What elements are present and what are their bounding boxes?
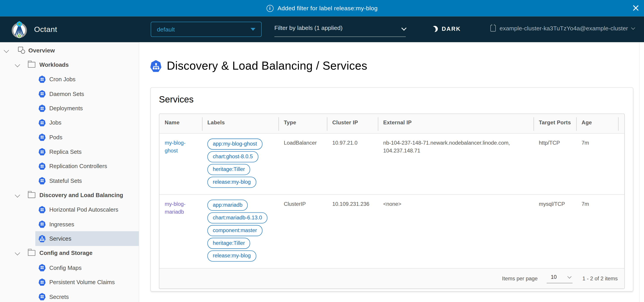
sidebar-item-secrets[interactable]: Secrets (35, 289, 139, 302)
replication-controllers-icon (39, 162, 46, 170)
theme-toggle-button[interactable]: DARK (432, 25, 461, 32)
services-icon (150, 60, 162, 72)
cluster-context-selector[interactable]: example-cluster-ka3TuTzYo4a@example-clus… (490, 25, 634, 31)
page-title: Discovery & Load Balancing / Services (167, 59, 368, 73)
app-header: Octant default Filter by labels (1 appli… (0, 16, 644, 42)
overview-icon (18, 47, 25, 54)
horizontal-pod-autoscalers-icon (39, 206, 46, 213)
column-header-external-ip: External IP (378, 114, 534, 133)
sidebar-item-pods[interactable]: Pods (35, 130, 139, 145)
main-content: Discovery & Load Balancing / Services Se… (139, 42, 644, 302)
age-cell: 7m (576, 195, 618, 268)
type-cell: ClusterIP (278, 195, 327, 268)
scrollbar[interactable] (639, 42, 644, 302)
namespace-select[interactable]: default (151, 22, 262, 37)
daemon-sets-icon (39, 90, 46, 98)
items-per-page-label: Items per page (502, 276, 538, 282)
service-name-link[interactable]: my-blog-ghost (165, 140, 186, 153)
chevron-down-icon (402, 25, 406, 31)
label-pill[interactable]: heritage:Tiller (208, 164, 250, 175)
chevron-down-icon[interactable] (15, 251, 20, 256)
cluster-context-label: example-cluster-ka3TuTzYo4a@example-clus… (500, 25, 628, 31)
target-ports-cell: mysql/TCP (534, 195, 576, 268)
column-header-target-ports: Target Ports (534, 114, 576, 133)
close-icon[interactable] (632, 4, 639, 11)
folder-icon (28, 250, 35, 256)
notification-message: Added filter for label release:my-blog (278, 5, 378, 11)
config-maps-icon (39, 264, 46, 271)
chevron-down-icon (631, 26, 635, 30)
deployments-icon (39, 105, 46, 112)
label-filter-text: Filter by labels (1 applied) (274, 24, 342, 31)
items-per-page-value: 10 (551, 274, 557, 280)
external-ip-line: nb-104-237-148-71.newark.nodebalancer.li… (383, 139, 528, 147)
label-pill[interactable]: release:my-blog (208, 177, 256, 188)
persistent-volume-claims-icon (39, 278, 46, 286)
dropdown-triangle-icon (250, 28, 255, 31)
sidebar-item-stateful-sets[interactable]: Stateful Sets (35, 173, 139, 188)
target-ports-cell: http/TCP (534, 134, 576, 194)
sidebar-item-overview[interactable]: Overview (0, 43, 139, 58)
cron-jobs-icon (39, 76, 46, 83)
sidebar-section-workloads[interactable]: Workloads (0, 58, 139, 72)
label-pill[interactable]: component:master (208, 225, 262, 236)
sidebar-section-discovery-and-load-balancing[interactable]: Discovery and Load Balancing (0, 188, 139, 202)
sidebar-item-services[interactable]: Services (35, 231, 139, 246)
cluster-icon (490, 25, 496, 31)
secrets-icon (39, 293, 46, 300)
chevron-down-icon[interactable] (15, 62, 20, 67)
label-pill[interactable]: release:my-blog (208, 250, 256, 262)
label-pill[interactable]: heritage:Tiller (208, 238, 250, 249)
sidebar-item-daemon-sets[interactable]: Daemon Sets (35, 87, 139, 101)
pagination-range: 1 - 2 of 2 items (582, 276, 618, 282)
chevron-down-icon[interactable] (4, 48, 9, 53)
table-pagination: Items per page 10 1 - 2 of 2 items (160, 269, 624, 289)
type-cell: LoadBalancer (278, 134, 327, 194)
label-filter-dropdown[interactable]: Filter by labels (1 applied) (274, 24, 406, 37)
sidebar-item-cron-jobs[interactable]: Cron Jobs (35, 72, 139, 87)
replica-sets-icon (39, 148, 46, 155)
label-pill[interactable]: app:my-blog-ghost (208, 139, 262, 150)
chevron-down-icon (568, 275, 572, 279)
sidebar-item-jobs[interactable]: Jobs (35, 115, 139, 130)
chevron-down-icon[interactable] (15, 193, 20, 197)
table-row: my-blog-mariadb app:mariadb chart:mariad… (160, 195, 624, 269)
info-icon: i (266, 5, 273, 12)
sidebar-section-config-and-storage[interactable]: Config and Storage (0, 246, 139, 261)
column-header-labels: Labels (202, 114, 278, 133)
moon-icon (431, 25, 438, 33)
stateful-sets-icon (39, 177, 46, 184)
sidebar-item-deployments[interactable]: Deployments (35, 101, 139, 116)
services-icon (39, 235, 46, 242)
notification-bar: i Added filter for label release:my-blog (0, 0, 644, 16)
label-pill[interactable]: app:mariadb (208, 200, 248, 211)
table-row: my-blog-ghost app:my-blog-ghost chart:gh… (160, 134, 624, 195)
external-ip-line: 104.237.148.71 (383, 147, 528, 155)
sidebar-item-replication-controllers[interactable]: Replication Controllers (35, 159, 139, 173)
label-pill[interactable]: chart:mariadb-6.13.0 (208, 212, 268, 223)
service-name-link[interactable]: my-blog-mariadb (165, 201, 186, 215)
cluster-ip-cell: 10.109.231.236 (327, 195, 378, 268)
ingresses-icon (39, 221, 46, 228)
column-header-spacer (618, 114, 628, 133)
folder-icon (28, 192, 35, 198)
services-card: Services Name Labels Type Cluster IP Ext… (150, 87, 633, 292)
octant-app: i Added filter for label release:my-blog… (0, 0, 644, 302)
column-header-type: Type (278, 114, 327, 133)
jobs-icon (39, 119, 46, 126)
sidebar-item-replica-sets[interactable]: Replica Sets (35, 145, 139, 159)
sidebar-item-config-maps[interactable]: Config Maps (35, 261, 139, 275)
services-table: Name Labels Type Cluster IP External IP … (159, 114, 625, 289)
octant-logo (10, 20, 28, 38)
namespace-value: default (157, 26, 175, 33)
age-cell: 7m (576, 134, 618, 194)
external-ip-cell: <none> (378, 195, 534, 268)
items-per-page-select[interactable]: 10 (547, 274, 573, 283)
theme-toggle-label: DARK (442, 25, 461, 32)
sidebar-item-horizontal-pod-autoscalers[interactable]: Horizontal Pod Autoscalers (35, 202, 139, 217)
external-ip-cell: nb-104-237-148-71.newark.nodebalancer.li… (378, 134, 534, 194)
label-pill[interactable]: chart:ghost-8.0.5 (208, 151, 258, 162)
sidebar-item-persistent-volume-claims[interactable]: Persistent Volume Claims (35, 275, 139, 290)
card-title: Services (151, 88, 633, 105)
sidebar-item-ingresses[interactable]: Ingresses (35, 217, 139, 231)
